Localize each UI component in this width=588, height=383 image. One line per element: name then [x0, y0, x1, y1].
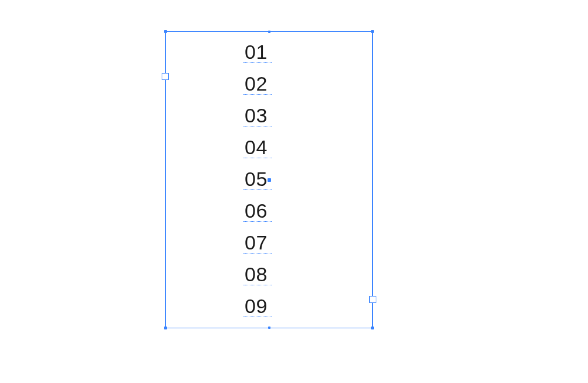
baseline-indicator [243, 126, 272, 126]
resize-handle-top-left[interactable] [164, 30, 167, 33]
resize-handle-top-mid[interactable] [268, 31, 270, 33]
text-thread-in-port[interactable] [162, 73, 169, 80]
baseline-indicator [243, 189, 272, 190]
text-line[interactable]: 04 [245, 131, 298, 163]
resize-handle-bottom-left[interactable] [164, 327, 167, 329]
text-line[interactable]: 02 [245, 68, 298, 99]
text-line[interactable]: 06 [245, 195, 298, 227]
text-line-value: 08 [245, 263, 268, 285]
text-line-value: 06 [245, 199, 268, 222]
text-line-value: 07 [245, 231, 268, 254]
text-line[interactable]: 03 [245, 99, 298, 131]
resize-handle-bottom-right[interactable] [371, 327, 374, 329]
baseline-indicator [243, 221, 272, 222]
text-line[interactable]: 08 [245, 258, 298, 290]
baseline-indicator [243, 62, 272, 63]
text-line[interactable]: 01 [245, 36, 298, 68]
text-line[interactable]: 07 [245, 227, 298, 258]
resize-handle-top-right[interactable] [371, 30, 374, 33]
baseline-indicator [243, 94, 272, 95]
text-frame[interactable]: 01 02 03 04 05 06 [165, 31, 373, 328]
baseline-indicator [243, 317, 272, 317]
text-line-value: 04 [245, 136, 268, 158]
text-line-value: 05 [245, 168, 268, 190]
text-line[interactable]: 09 [245, 290, 298, 322]
text-line[interactable]: 05 [245, 163, 298, 195]
text-line-value: 02 [245, 72, 268, 95]
baseline-indicator [243, 158, 272, 158]
text-thread-out-port[interactable] [369, 296, 376, 303]
resize-handle-bottom-mid[interactable] [268, 327, 270, 329]
baseline-indicator [243, 285, 272, 285]
canvas[interactable]: 01 02 03 04 05 06 [0, 0, 588, 383]
baseline-indicator [243, 253, 272, 254]
text-line-value: 09 [245, 295, 268, 317]
text-line-value: 03 [245, 104, 268, 126]
text-line-value: 01 [245, 41, 268, 63]
text-column[interactable]: 01 02 03 04 05 06 [245, 36, 298, 322]
